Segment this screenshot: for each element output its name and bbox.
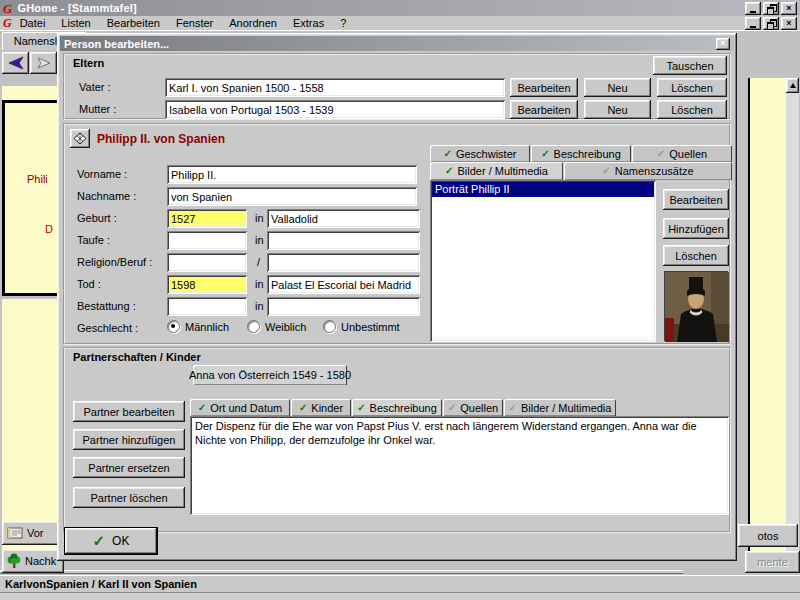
vorname-input[interactable] <box>167 165 417 184</box>
menu-listen[interactable]: Listen <box>53 17 98 29</box>
radio-maennlich[interactable]: Männlich <box>167 320 229 333</box>
media-list-item[interactable]: Porträt Phillip II <box>432 182 654 197</box>
scroll-up-button[interactable] <box>786 78 799 93</box>
tab-beschreibung[interactable]: ✓ Beschreibung <box>531 145 631 162</box>
mutter-loeschen-button[interactable]: Löschen <box>657 100 727 119</box>
tod-label: Tod : <box>77 278 101 290</box>
dialog-title: Person bearbeiten... <box>64 38 169 50</box>
book-icon <box>73 132 87 145</box>
tab-bilder-multimedia[interactable]: ✓ Bilder / Multimedia <box>430 162 563 180</box>
child-minimize-button[interactable] <box>745 17 761 30</box>
media-hinzufuegen-button[interactable]: Hinzufügen <box>663 218 729 239</box>
taufe-ort-input[interactable] <box>267 231 420 250</box>
tab-quellen[interactable]: ✓ Quellen <box>632 145 732 162</box>
tab-partner-bilder[interactable]: ✓ Bilder / Multimedia <box>504 399 616 416</box>
portrait-thumbnail <box>664 271 728 341</box>
radio-weiblich[interactable]: Weiblich <box>247 320 306 333</box>
menu-bar: G Datei Listen Bearbeiten Fenster Anordn… <box>0 16 800 31</box>
dialog-titlebar[interactable]: Person bearbeiten... × <box>60 36 734 51</box>
tab-partner-bilder-label: Bilder / Multimedia <box>521 402 611 414</box>
ok-button[interactable]: ✓ OK <box>65 528 157 554</box>
tod-ort-input[interactable] <box>267 275 420 294</box>
geburt-jahr-input[interactable] <box>167 209 247 228</box>
tod-sep-label: in <box>255 278 264 290</box>
mutter-input[interactable] <box>165 100 505 119</box>
tab-namenszusaetze[interactable]: ✓ Namenszusätze <box>564 162 732 180</box>
tab-partner-beschreibung[interactable]: ✓ Beschreibung <box>352 399 442 416</box>
fotos-button[interactable]: otos <box>738 524 798 547</box>
tauschen-button[interactable]: Tauschen <box>653 56 727 75</box>
partner-bearbeiten-button[interactable]: Partner bearbeiten <box>73 401 185 422</box>
tab-kinder[interactable]: ✓ Kinder <box>291 399 351 416</box>
tab-namenszusaetze-label: Namenszusätze <box>615 165 694 177</box>
nav-back-button[interactable] <box>2 52 29 74</box>
taufe-jahr-input[interactable] <box>167 231 247 250</box>
menu-anordnen[interactable]: Anordnen <box>221 17 285 29</box>
nav-forward-button[interactable] <box>30 52 57 74</box>
media-listbox[interactable]: Porträt Phillip II <box>430 180 656 342</box>
mutter-bearbeiten-button[interactable]: Bearbeiten <box>510 100 578 119</box>
window-title: GHome - [Stammtafel] <box>17 2 137 14</box>
bestattung-jahr-input[interactable] <box>167 297 247 316</box>
beruf-input[interactable] <box>267 253 420 272</box>
bestattung-ort-input[interactable] <box>267 297 420 316</box>
check-icon: ✓ <box>299 403 307 413</box>
minimize-button[interactable] <box>745 2 761 15</box>
ok-check-icon: ✓ <box>93 532 106 550</box>
geburt-ort-input[interactable] <box>267 209 420 228</box>
tab-partner-quellen[interactable]: ✓ Quellen <box>443 399 503 416</box>
vorname-label: Vorname : <box>77 168 127 180</box>
vertical-scrollbar[interactable] <box>786 78 799 570</box>
menu-bearbeiten[interactable]: Bearbeiten <box>99 17 168 29</box>
dokumente-button[interactable]: mente <box>745 551 800 573</box>
partner-hinzufuegen-button[interactable]: Partner hinzufügen <box>73 429 185 450</box>
vorfahren-button[interactable]: Vor <box>2 521 64 545</box>
menu-extras[interactable]: Extras <box>285 17 332 29</box>
religion-sep-label: / <box>257 256 260 268</box>
nachname-input[interactable] <box>167 187 417 206</box>
check-icon: ✓ <box>444 149 452 159</box>
tab-beschreibung-label: Beschreibung <box>554 148 621 160</box>
radio-unbestimmt[interactable]: Unbestimmt <box>323 320 400 333</box>
mutter-neu-button[interactable]: Neu <box>584 100 651 119</box>
nachkommen-button[interactable]: Nachk <box>2 549 64 573</box>
media-bearbeiten-button[interactable]: Bearbeiten <box>663 189 729 210</box>
tab-geschwister[interactable]: ✓ Geschwister <box>430 145 530 162</box>
minimize-icon <box>750 26 756 28</box>
religion-input[interactable] <box>167 253 247 272</box>
restore-button[interactable] <box>763 2 779 15</box>
partner-description-textarea[interactable]: Der Dispenz für die Ehe war von Papst Pi… <box>190 416 729 515</box>
main-titlebar[interactable]: G GHome - [Stammtafel] × <box>0 0 800 16</box>
tab-geschwister-label: Geschwister <box>456 148 517 160</box>
partner-ersetzen-button[interactable]: Partner ersetzen <box>73 457 185 478</box>
tab-kinder-label: Kinder <box>311 402 343 414</box>
tab-quellen-label: Quellen <box>669 148 707 160</box>
child-close-button[interactable]: × <box>781 17 797 30</box>
check-icon: ✓ <box>448 403 456 413</box>
partner-tab-anna[interactable]: Anna von Österreich 1549 - 1580 <box>193 365 347 385</box>
vater-bearbeiten-button[interactable]: Bearbeiten <box>510 78 578 97</box>
dialog-close-button[interactable]: × <box>716 38 730 50</box>
media-loeschen-button[interactable]: Löschen <box>663 245 729 266</box>
tab-ort-und-datum[interactable]: ✓ Ort und Datum <box>190 399 290 416</box>
nachkommen-label: Nachk <box>25 555 56 567</box>
child-restore-button[interactable] <box>763 17 779 30</box>
partner-loeschen-button[interactable]: Partner löschen <box>73 487 185 508</box>
menu-fenster[interactable]: Fenster <box>168 17 221 29</box>
tab-bilder-multimedia-label: Bilder / Multimedia <box>457 165 547 177</box>
close-button[interactable]: × <box>781 2 797 15</box>
menu-datei[interactable]: Datei <box>12 17 54 29</box>
check-icon: ✓ <box>357 403 365 413</box>
radio-maennlich-label: Männlich <box>185 321 229 333</box>
status-text: KarlvonSpanien / Karl II von Spanien <box>5 578 197 590</box>
vater-neu-button[interactable]: Neu <box>584 78 651 97</box>
person-record-button[interactable] <box>70 129 90 148</box>
vater-loeschen-button[interactable]: Löschen <box>657 78 727 97</box>
geschlecht-label: Geschlecht : <box>77 322 138 334</box>
vater-input[interactable] <box>165 78 505 97</box>
restore-icon <box>767 4 776 13</box>
geburt-sep-label: in <box>255 212 264 224</box>
vater-label: Vater : <box>79 81 111 93</box>
menu-help[interactable]: ? <box>332 17 354 29</box>
tod-jahr-input[interactable] <box>167 275 247 294</box>
